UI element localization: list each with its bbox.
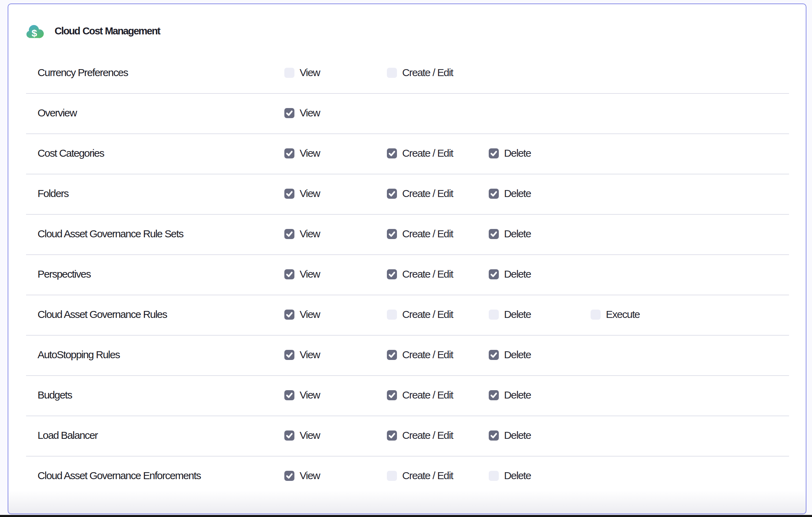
svg-text:$: $ — [32, 27, 37, 38]
